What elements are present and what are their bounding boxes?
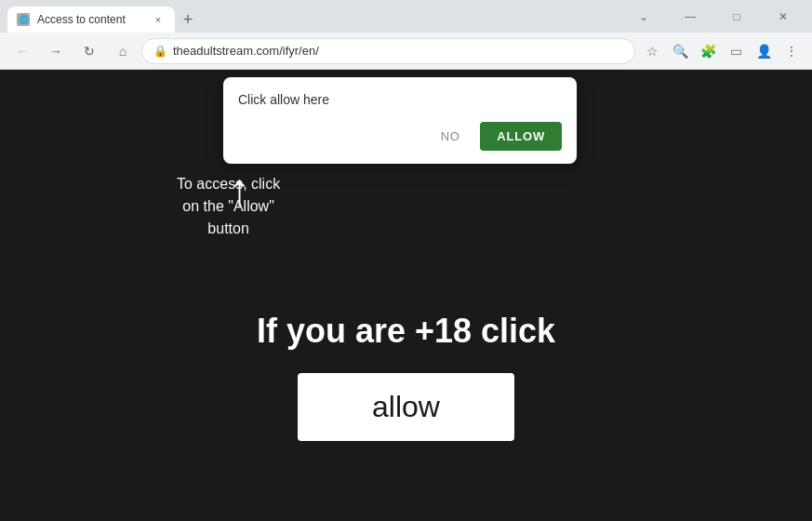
popup-message: Click allow here [238,92,562,107]
popup-buttons: NO ALLOW [238,122,562,151]
maximize-button[interactable]: □ [715,0,758,33]
new-tab-button[interactable]: + [175,7,201,33]
tab-favicon: 🌐 [17,13,30,26]
title-bar: 🌐 Access to content × + ⌄ — □ ✕ [0,0,812,33]
url-text: theadultstream.com/ifyr/en/ [173,44,623,58]
reload-button[interactable]: ↻ [74,36,104,66]
back-button[interactable]: ← [7,36,37,66]
browser-window: 🌐 Access to content × + ⌄ — □ ✕ ← → ↻ ⌂ … [0,0,812,521]
notification-popup: Click allow here NO ALLOW [223,77,577,164]
window-controls: ⌄ — □ ✕ [622,0,805,33]
search-button[interactable]: 🔍 [667,38,693,64]
popup-allow-button[interactable]: ALLOW [480,122,562,151]
tab-bar: 🌐 Access to content × + [7,0,619,33]
cast-button[interactable]: ▭ [723,38,749,64]
address-bar[interactable]: 🔒 theadultstream.com/ifyr/en/ [141,38,635,64]
lock-icon: 🔒 [153,45,167,58]
chevron-down-icon[interactable]: ⌄ [622,0,665,33]
popup-no-button[interactable]: NO [432,124,470,149]
allow-button[interactable]: allow [298,373,514,441]
menu-button[interactable]: ⋮ [779,38,805,64]
active-tab[interactable]: 🌐 Access to content × [7,7,175,33]
close-button[interactable]: ✕ [762,0,805,33]
minimize-button[interactable]: — [669,0,712,33]
cta-title: If you are +18 click [257,312,555,351]
arrow-instruction-area: ↑ To access, click on the "Allow" button [177,167,280,240]
instruction-text: To access, click on the "Allow" button [177,173,280,240]
tab-close-button[interactable]: × [151,12,166,27]
tab-title: Access to content [37,13,143,26]
extensions-button[interactable]: 🧩 [695,38,721,64]
cta-area: If you are +18 click allow [0,312,812,441]
forward-button[interactable]: → [41,36,71,66]
home-button[interactable]: ⌂ [108,36,138,66]
page-content: Click allow here NO ALLOW ↑ To access, c… [0,70,812,521]
profile-button[interactable]: 👤 [751,38,777,64]
toolbar-actions: ☆ 🔍 🧩 ▭ 👤 ⋮ [639,38,805,64]
bookmark-button[interactable]: ☆ [639,38,665,64]
toolbar: ← → ↻ ⌂ 🔒 theadultstream.com/ifyr/en/ ☆ … [0,33,812,70]
